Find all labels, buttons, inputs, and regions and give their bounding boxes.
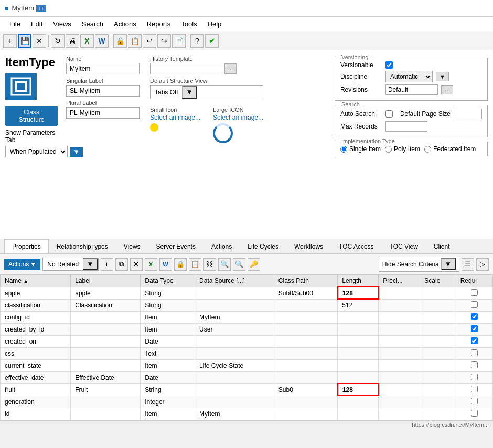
- tab-views[interactable]: Views: [116, 239, 148, 253]
- undo-button[interactable]: ↩: [143, 34, 156, 48]
- discipline-select[interactable]: Automatic: [385, 71, 433, 82]
- large-icon-link[interactable]: Select an image...: [213, 114, 263, 121]
- singular-label-input[interactable]: [66, 85, 140, 97]
- actions-button[interactable]: Actions ▼: [4, 259, 40, 270]
- excel-export-button[interactable]: X: [145, 258, 157, 271]
- menu-file[interactable]: File: [4, 18, 26, 29]
- paste-button[interactable]: 📋: [189, 258, 201, 271]
- left-fields: Name Singular Label Plural Label: [66, 56, 140, 143]
- revisions-more-btn[interactable]: ···: [441, 85, 453, 94]
- search-title: Search: [339, 101, 362, 108]
- required-checkbox[interactable]: [471, 374, 478, 380]
- tab-properties[interactable]: Properties: [4, 239, 49, 254]
- col-length[interactable]: Length: [338, 275, 379, 287]
- default-page-size-input[interactable]: [456, 109, 482, 119]
- tab-actions[interactable]: Actions: [203, 239, 240, 253]
- doc-button[interactable]: 📄: [172, 34, 186, 48]
- table-row: created_onDate: [1, 335, 493, 347]
- col-required[interactable]: Requi: [456, 275, 492, 287]
- auto-search-checkbox[interactable]: [385, 110, 393, 118]
- word-export-button[interactable]: W: [159, 258, 172, 271]
- col-precision[interactable]: Preci...: [379, 275, 420, 287]
- properties-table: Name ▲ Label Data Type Data Source [...]…: [0, 274, 493, 420]
- search-button[interactable]: 🔍: [218, 258, 231, 271]
- max-records-input[interactable]: [385, 121, 427, 132]
- copy-button[interactable]: 📋: [128, 34, 142, 48]
- plural-label-input[interactable]: [66, 107, 140, 119]
- tab-workflows[interactable]: Workflows: [286, 239, 331, 253]
- name-input[interactable]: [66, 63, 140, 74]
- history-template-more-btn[interactable]: ···: [224, 63, 237, 74]
- federated-item-option[interactable]: Federated Item: [424, 145, 476, 153]
- menu-reports[interactable]: Reports: [142, 18, 176, 29]
- hide-search-arrow[interactable]: ▼: [441, 258, 456, 270]
- help-button[interactable]: ?: [190, 34, 204, 48]
- filter-button[interactable]: 🔑: [248, 258, 260, 271]
- excel-button[interactable]: X: [80, 34, 94, 48]
- required-checkbox[interactable]: [471, 337, 478, 344]
- toolbar: + 💾 ✕ ↻ 🖨 X W 🔒 📋 ↩ ↪ 📄 ? ✔: [0, 31, 493, 50]
- col-data-source[interactable]: Data Source [...]: [195, 275, 274, 287]
- tab-life-cycles[interactable]: Life Cycles: [240, 239, 286, 253]
- clear-search-button[interactable]: 🔍: [233, 258, 245, 271]
- poly-item-radio[interactable]: [385, 146, 392, 153]
- required-checkbox[interactable]: [471, 398, 478, 404]
- small-icon-link[interactable]: Select an image...: [150, 114, 200, 121]
- required-checkbox[interactable]: [471, 361, 478, 368]
- refresh-button[interactable]: ↻: [51, 34, 65, 48]
- tab-client[interactable]: Client: [426, 239, 458, 253]
- add-row-button[interactable]: +: [101, 258, 113, 271]
- tab-server-events[interactable]: Server Events: [148, 239, 203, 253]
- tab-relationship-types[interactable]: RelationshipTypes: [49, 239, 116, 253]
- redo-button[interactable]: ↪: [157, 34, 171, 48]
- word-button[interactable]: W: [95, 34, 109, 48]
- delete-row-button[interactable]: ✕: [130, 258, 143, 271]
- required-checkbox[interactable]: [471, 386, 478, 392]
- revisions-input[interactable]: [385, 84, 438, 95]
- required-checkbox[interactable]: [471, 325, 478, 332]
- new-button[interactable]: +: [3, 34, 17, 48]
- tabs-off-arrow[interactable]: ▼: [182, 86, 197, 99]
- col-class-path[interactable]: Class Path: [274, 275, 337, 287]
- menu-tools[interactable]: Tools: [176, 18, 202, 29]
- print-button[interactable]: 🖨: [66, 34, 79, 48]
- menu-help[interactable]: Help: [202, 18, 227, 29]
- menu-search[interactable]: Search: [77, 18, 109, 29]
- check-button[interactable]: ✔: [205, 34, 219, 48]
- history-template-input[interactable]: [150, 63, 223, 74]
- required-checkbox[interactable]: [471, 289, 478, 296]
- federated-item-radio[interactable]: [424, 146, 431, 153]
- menu-actions[interactable]: Actions: [109, 18, 142, 29]
- single-item-radio[interactable]: [340, 146, 347, 153]
- class-structure-button[interactable]: Class Structure: [5, 106, 58, 126]
- tab-toc-view[interactable]: TOC View: [382, 239, 426, 253]
- required-checkbox[interactable]: [471, 349, 478, 356]
- restore-button[interactable]: □: [36, 5, 46, 12]
- search-box: Search Auto Search Default Page Size Max…: [335, 105, 488, 137]
- chain-button[interactable]: ⛓: [203, 258, 216, 271]
- lock-button[interactable]: 🔒: [113, 34, 127, 48]
- copy-row-button[interactable]: ⧉: [115, 258, 128, 271]
- poly-item-option[interactable]: Poly Item: [385, 145, 420, 153]
- menu-views[interactable]: Views: [48, 18, 76, 29]
- grid-view-button[interactable]: ☰: [462, 258, 474, 271]
- col-name[interactable]: Name ▲: [1, 275, 71, 287]
- required-checkbox[interactable]: [471, 313, 478, 320]
- versionable-checkbox[interactable]: [385, 61, 393, 69]
- col-data-type[interactable]: Data Type: [141, 275, 195, 287]
- tab-toc-access[interactable]: TOC Access: [331, 239, 381, 253]
- hide-search-criteria-btn[interactable]: Hide Search Criteria ▼: [379, 257, 459, 272]
- required-checkbox[interactable]: [471, 301, 478, 308]
- extra-button[interactable]: ▷: [476, 258, 489, 271]
- app-icon: ■: [4, 4, 8, 13]
- col-label[interactable]: Label: [71, 275, 141, 287]
- discipline-arrow[interactable]: ▼: [436, 72, 449, 81]
- required-checkbox[interactable]: [471, 410, 478, 417]
- menu-edit[interactable]: Edit: [26, 18, 48, 29]
- related-arrow[interactable]: ▼: [83, 258, 98, 270]
- save-button[interactable]: 💾: [18, 34, 31, 48]
- single-item-option[interactable]: Single Item: [340, 145, 381, 153]
- lock-row-button[interactable]: 🔒: [174, 258, 187, 271]
- delete-button[interactable]: ✕: [33, 34, 46, 48]
- col-scale[interactable]: Scale: [420, 275, 456, 287]
